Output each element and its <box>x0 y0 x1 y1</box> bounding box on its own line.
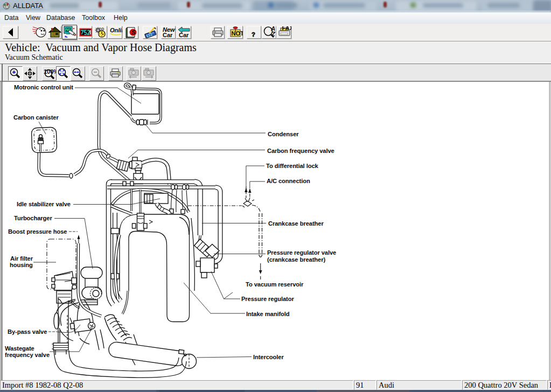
svg-text:Turbocharger: Turbocharger <box>14 215 52 221</box>
svg-text:frequency valve: frequency valve <box>5 352 50 358</box>
svg-text:Condenser: Condenser <box>268 131 299 137</box>
svg-text:housing: housing <box>10 262 33 268</box>
svg-text:To vacuum reservoir: To vacuum reservoir <box>246 281 304 288</box>
svg-text:Car: Car <box>163 32 173 38</box>
svg-text:Idle stabilizer valve: Idle stabilizer valve <box>17 201 71 207</box>
svg-text:Air filter: Air filter <box>10 255 33 262</box>
svg-text:Wastegate: Wastegate <box>5 345 34 352</box>
svg-text:Z: Z <box>271 31 276 37</box>
svg-text:FAX: FAX <box>282 26 292 31</box>
svg-text:Intake manifold: Intake manifold <box>246 311 290 317</box>
svg-text:S: S <box>131 29 136 36</box>
svg-text:To differential lock: To differential lock <box>266 163 319 169</box>
svg-text:Pressure regulator: Pressure regulator <box>241 296 294 302</box>
svg-text:By-pass valve: By-pass valve <box>8 328 47 335</box>
svg-text:Boost pressure hose: Boost pressure hose <box>8 228 67 235</box>
svg-text:Intercooler: Intercooler <box>253 354 284 360</box>
svg-text:(crankcase breather): (crankcase breather) <box>267 256 325 263</box>
svg-text:NOTE: NOTE <box>232 30 243 37</box>
svg-text:Carbon canister: Carbon canister <box>13 114 59 121</box>
svg-text:Motronic control unit: Motronic control unit <box>14 84 73 90</box>
svg-text:100%: 100% <box>44 68 56 75</box>
svg-text:Car: Car <box>179 32 189 38</box>
svg-text:?: ? <box>252 31 255 38</box>
svg-text:Online: Online <box>110 27 122 33</box>
svg-text:Carbon frequency valve: Carbon frequency valve <box>267 148 334 154</box>
svg-text:A/C connection: A/C connection <box>267 178 310 184</box>
svg-text:Pressure regulator valve: Pressure regulator valve <box>267 249 336 256</box>
svg-text:Crankcase breather: Crankcase breather <box>268 220 324 227</box>
